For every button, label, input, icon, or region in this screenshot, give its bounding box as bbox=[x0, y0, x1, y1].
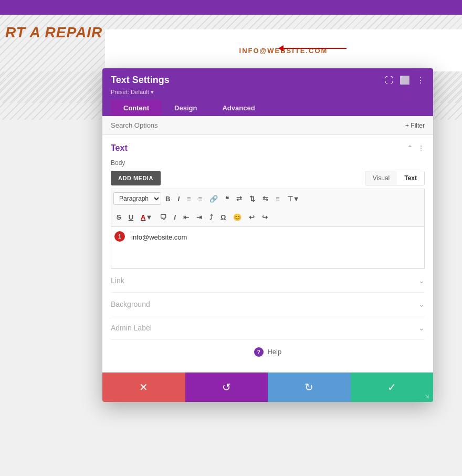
section-controls: ⌃ ⋮ bbox=[407, 144, 425, 152]
arrow-indicator bbox=[278, 45, 346, 51]
admin-label: Admin Label bbox=[111, 324, 152, 332]
paragraph-select[interactable]: Paragraph bbox=[113, 192, 161, 205]
editor-toolbar-top: ADD MEDIA Visual Text bbox=[111, 171, 425, 185]
filter-label: + Filter bbox=[405, 122, 425, 129]
paste-button[interactable]: 🗨 bbox=[156, 211, 170, 223]
collapse-icon[interactable]: ⌃ bbox=[407, 144, 413, 152]
link-button[interactable]: 🔗 bbox=[206, 193, 221, 205]
admin-label-section[interactable]: Admin Label ⌄ bbox=[111, 316, 425, 339]
emoji-button[interactable]: 😊 bbox=[230, 211, 245, 223]
italic2-button[interactable]: I bbox=[171, 211, 179, 223]
redo-editor-button[interactable]: ↪ bbox=[259, 211, 271, 223]
editor-badge: 1 bbox=[114, 231, 125, 242]
help-icon: ? bbox=[254, 347, 264, 357]
columns-icon[interactable]: ⬜ bbox=[400, 75, 410, 85]
body-label: Body bbox=[111, 159, 425, 167]
text-section-title: Text bbox=[111, 143, 128, 153]
align-right-button[interactable]: ⇆ bbox=[259, 193, 271, 205]
indent-button[interactable]: ⇥ bbox=[193, 211, 205, 223]
background-label: Background bbox=[111, 300, 150, 308]
repair-text: RT A REPAIR bbox=[0, 24, 102, 41]
italic-button[interactable]: I bbox=[174, 193, 183, 205]
ordered-list-button[interactable]: ≡ bbox=[195, 193, 206, 205]
strikethrough-button[interactable]: S bbox=[113, 211, 124, 223]
modal-header: Text Settings ⛶ ⬜ ⋮ Preset: Default ▾ Co… bbox=[102, 68, 433, 116]
link-section[interactable]: Link ⌄ bbox=[111, 268, 425, 292]
search-input[interactable] bbox=[111, 121, 321, 129]
modal-title-row: Text Settings ⛶ ⬜ ⋮ bbox=[111, 75, 425, 86]
link-label: Link bbox=[111, 276, 124, 285]
editor-format-bar-1: Paragraph B I ≡ ≡ 🔗 ❝ ⇄ ⇅ ⇆ ≡ ⊤▼ bbox=[111, 189, 425, 208]
justify-button[interactable]: ≡ bbox=[272, 193, 283, 205]
resize-handle[interactable]: ⇲ bbox=[425, 394, 432, 401]
text-section-header: Text ⌃ ⋮ bbox=[111, 143, 425, 153]
arrow-head bbox=[278, 45, 284, 51]
add-media-button[interactable]: ADD MEDIA bbox=[111, 171, 161, 185]
modal-title-icons: ⛶ ⬜ ⋮ bbox=[385, 75, 425, 85]
text-settings-modal: Text Settings ⛶ ⬜ ⋮ Preset: Default ▾ Co… bbox=[102, 68, 433, 402]
text-button[interactable]: Text bbox=[397, 171, 424, 185]
bold-button[interactable]: B bbox=[162, 193, 173, 205]
modal-title: Text Settings bbox=[111, 75, 170, 86]
modal-tabs: Content Design Advanced bbox=[111, 100, 425, 116]
align-left-button[interactable]: ⇄ bbox=[233, 193, 245, 205]
editor-content[interactable]: 1 info@website.com bbox=[111, 226, 425, 268]
modal-preset[interactable]: Preset: Default ▾ bbox=[111, 89, 425, 96]
modal-body: Text ⌃ ⋮ Body ADD MEDIA Visual Text Para… bbox=[102, 135, 433, 372]
visual-button[interactable]: Visual bbox=[365, 171, 397, 185]
admin-chevron-icon: ⌄ bbox=[418, 324, 425, 332]
undo-editor-button[interactable]: ↩ bbox=[246, 211, 258, 223]
arrow-line bbox=[284, 48, 346, 49]
section-more-icon[interactable]: ⋮ bbox=[417, 144, 425, 152]
table-button[interactable]: ⊤▼ bbox=[284, 193, 303, 205]
unordered-list-button[interactable]: ≡ bbox=[184, 193, 194, 205]
top-bar bbox=[0, 0, 462, 15]
background-chevron-icon: ⌄ bbox=[418, 300, 425, 308]
editor-text: info@website.com bbox=[131, 233, 187, 241]
tab-content[interactable]: Content bbox=[111, 100, 162, 116]
fullscreen-button[interactable]: ⤴ bbox=[206, 211, 216, 223]
modal-footer: ✕ ↺ ↻ ✓ bbox=[102, 372, 433, 402]
tab-design[interactable]: Design bbox=[162, 100, 209, 116]
save-button[interactable]: ✓ bbox=[351, 372, 434, 402]
link-chevron-icon: ⌄ bbox=[418, 276, 425, 285]
expand-icon[interactable]: ⛶ bbox=[385, 76, 393, 85]
visual-text-toggle: Visual Text bbox=[365, 171, 425, 185]
more-options-icon[interactable]: ⋮ bbox=[416, 75, 425, 85]
special-char-button[interactable]: Ω bbox=[217, 211, 229, 223]
cancel-button[interactable]: ✕ bbox=[102, 372, 185, 402]
search-bar: + Filter bbox=[102, 116, 433, 135]
help-row: ? Help bbox=[111, 339, 425, 364]
editor-format-bar-2: S U A▼ 🗨 I ⇤ ⇥ ⤴ Ω 😊 ↩ ↪ bbox=[111, 208, 425, 226]
background-section[interactable]: Background ⌄ bbox=[111, 292, 425, 316]
align-center-button[interactable]: ⇅ bbox=[246, 193, 258, 205]
help-label[interactable]: Help bbox=[267, 348, 281, 356]
undo-button[interactable]: ↺ bbox=[185, 372, 268, 402]
redo-button[interactable]: ↻ bbox=[268, 372, 351, 402]
filter-button[interactable]: + Filter bbox=[405, 122, 425, 129]
underline-button[interactable]: U bbox=[125, 211, 136, 223]
outdent-button[interactable]: ⇤ bbox=[180, 211, 192, 223]
blockquote-button[interactable]: ❝ bbox=[222, 193, 232, 205]
tab-advanced[interactable]: Advanced bbox=[209, 100, 267, 116]
text-color-button[interactable]: A▼ bbox=[138, 211, 155, 223]
